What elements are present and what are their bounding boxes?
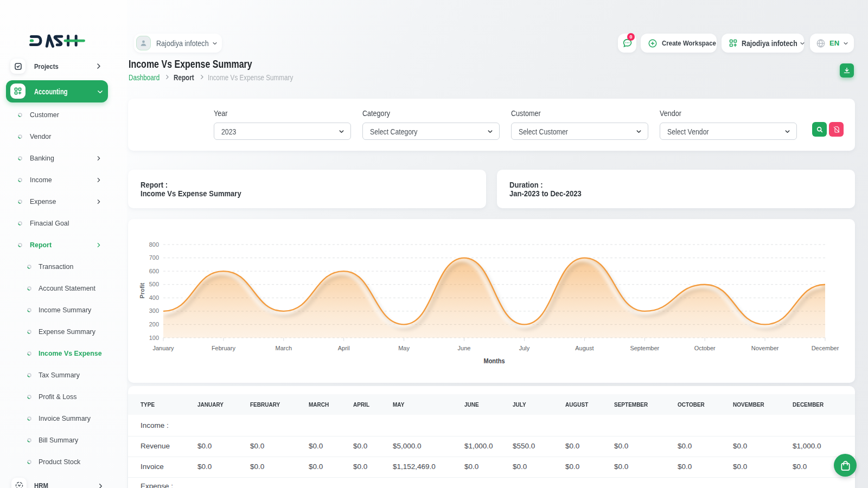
svg-text:September: September xyxy=(630,345,659,351)
svg-text:500: 500 xyxy=(149,281,159,287)
svg-text:August: August xyxy=(575,345,593,351)
svg-text:October: October xyxy=(694,345,716,351)
svg-text:January: January xyxy=(152,345,174,351)
svg-text:June: June xyxy=(458,345,471,351)
svg-text:400: 400 xyxy=(149,294,159,301)
svg-text:700: 700 xyxy=(149,254,159,261)
svg-text:April: April xyxy=(338,345,350,351)
svg-text:200: 200 xyxy=(149,321,159,328)
svg-text:800: 800 xyxy=(149,241,159,248)
svg-text:Months: Months xyxy=(484,357,505,365)
svg-text:November: November xyxy=(751,345,779,351)
svg-text:December: December xyxy=(812,345,839,351)
svg-text:Profit: Profit xyxy=(139,282,145,298)
svg-text:July: July xyxy=(519,345,530,351)
svg-text:600: 600 xyxy=(149,268,159,274)
svg-text:100: 100 xyxy=(149,335,159,341)
svg-text:May: May xyxy=(398,345,410,351)
svg-text:February: February xyxy=(212,345,236,351)
svg-text:March: March xyxy=(276,345,292,351)
svg-text:300: 300 xyxy=(149,307,159,314)
